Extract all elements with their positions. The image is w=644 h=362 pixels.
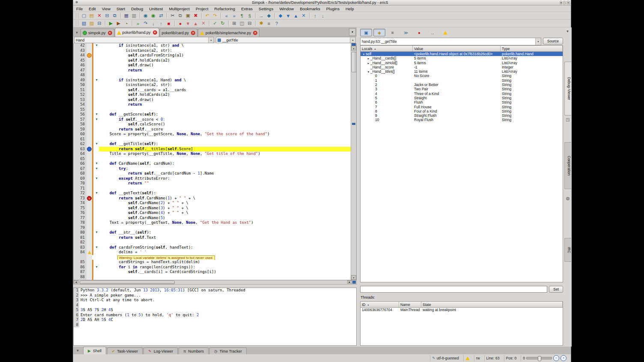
line-number[interactable]: 45 (74, 58, 86, 63)
line-number[interactable]: 86 (74, 265, 86, 270)
fold-margin[interactable] (94, 63, 99, 68)
marker-margin[interactable] (86, 235, 92, 240)
fold-margin[interactable]: ▼ (94, 112, 99, 117)
variable-value-input[interactable] (360, 286, 547, 293)
code-text[interactable]: if isinstance(a1, Hand) and \ (99, 78, 351, 83)
step-out-icon[interactable]: ↑ (158, 20, 164, 27)
fold-margin[interactable] (94, 92, 99, 98)
tab-shell[interactable]: ▶Shell (83, 347, 106, 354)
code-text[interactable]: return "" (99, 181, 351, 186)
open-icon[interactable]: ▤ (88, 12, 95, 19)
marker-margin[interactable] (86, 43, 92, 48)
stack-frame-combobox[interactable]: hand.py:63:__getTitle ▼ (360, 38, 541, 45)
fold-margin[interactable] (94, 157, 99, 162)
fold-margin[interactable] (94, 102, 99, 107)
close-icon[interactable]: ✕ (108, 31, 112, 35)
locals-row[interactable]: 0No ScoreString (361, 74, 563, 78)
member-combobox[interactable]: __getTitle ▼ (216, 37, 356, 43)
fold-margin[interactable] (94, 68, 99, 73)
marker-margin[interactable] (86, 122, 92, 127)
line-number[interactable]: 78 (74, 220, 86, 226)
line-number[interactable]: 77 (74, 216, 86, 221)
line-number[interactable]: 88 (74, 275, 86, 280)
unittest-restart-icon[interactable]: ↻ (219, 20, 226, 27)
marker-margin[interactable] (86, 216, 92, 221)
code-text[interactable]: return self.__score (99, 127, 351, 132)
shell-text[interactable]: Hit Ctrl-C at any time to abort. (79, 298, 356, 303)
line-number[interactable]: 64 (74, 151, 86, 157)
menu-settings[interactable]: Settings (256, 6, 276, 12)
line-number[interactable]: 44 (74, 53, 86, 58)
shell-panel[interactable]: 1Python 3.3.2 (default, Jun 13 2013, 16:… (73, 288, 357, 346)
step-over-icon[interactable]: ↷ (142, 20, 149, 27)
shell-text[interactable] (79, 323, 356, 328)
locals-header-locals[interactable]: Locals▴ (361, 46, 413, 51)
expand-icon[interactable]: ▸ (367, 56, 370, 60)
line-number[interactable]: 63 (74, 147, 86, 152)
line-number[interactable]: 46 (74, 63, 86, 68)
cut-icon[interactable]: ✂ (169, 12, 176, 19)
fold-margin[interactable] (94, 107, 99, 113)
fold-margin[interactable]: ▼ (94, 166, 99, 172)
fold-margin[interactable] (94, 275, 99, 280)
bookmark-clear-icon[interactable]: ✕ (300, 12, 307, 19)
next-breakpoint-icon[interactable]: ▼ (185, 20, 191, 27)
marker-margin[interactable] (86, 112, 92, 117)
split-horizontal-icon[interactable]: ◫ (239, 20, 245, 27)
thread-row[interactable]: 140063636776704MainThreadwaiting at brea… (361, 308, 563, 312)
line-number[interactable]: 67 (74, 166, 86, 172)
line-number[interactable]: 70 (74, 181, 86, 186)
shell-text[interactable] (79, 303, 356, 308)
line-number[interactable]: 48 (74, 73, 86, 78)
expand-icon[interactable]: ▾ (367, 70, 370, 74)
code-text[interactable]: isinstance(a2, str): (99, 48, 351, 53)
zoom-in-icon[interactable]: + (561, 355, 566, 361)
marker-margin[interactable] (86, 53, 92, 58)
marker-margin[interactable] (86, 73, 92, 78)
code-text[interactable]: if isinstance(a1, str) and \ (99, 43, 351, 48)
tab-log-viewer[interactable]: ✎Log-Viewer (143, 347, 178, 354)
fold-margin[interactable]: ▼ (94, 191, 99, 196)
debug-script-icon[interactable]: ▶ (115, 20, 122, 27)
save-project-icon[interactable]: ⊟ (96, 20, 103, 27)
unindent-icon[interactable]: « (223, 12, 230, 19)
configure-toolbars-icon[interactable]: ≡ (265, 20, 272, 27)
scrollbar-thumb[interactable] (80, 281, 175, 284)
code-text[interactable]: self.__cards[i] = Card(cardStrings[i]) (99, 270, 351, 275)
marker-margin[interactable] (86, 98, 92, 103)
exceptions-view-button[interactable] (440, 29, 452, 36)
marker-margin[interactable] (86, 107, 92, 113)
fold-margin[interactable] (94, 58, 99, 63)
marker-margin[interactable] (86, 260, 92, 265)
toggle-breakpoint-icon[interactable]: ● (177, 20, 184, 27)
fold-margin[interactable] (94, 171, 99, 176)
code-text[interactable]: self.CardName(4) + " " + \ (99, 211, 351, 216)
fold-margin[interactable] (94, 226, 99, 231)
marker-margin[interactable] (86, 226, 92, 231)
code-text[interactable]: return self.__cards[cardNum - 1].Name (99, 171, 351, 176)
side-tab-debug-viewer[interactable]: Debug-Viewer (564, 62, 571, 116)
marker-margin[interactable] (86, 142, 92, 147)
fold-margin[interactable] (94, 83, 99, 88)
locals-row[interactable]: 1String (361, 78, 563, 83)
editor-tab-pokerlib-hand-py[interactable]: pokerlib/hand.py✕ (115, 28, 159, 37)
line-number[interactable]: 59 (74, 127, 86, 132)
code-text[interactable]: try: (99, 166, 351, 172)
line-number[interactable]: 68 (74, 171, 86, 176)
code-text[interactable]: def __getTitle(self): (99, 142, 351, 147)
menu-start[interactable]: Start (113, 6, 128, 12)
code-text[interactable]: return self.CardName(1) + " " + \ (99, 196, 351, 201)
step-into-icon[interactable]: ↓ (150, 20, 157, 27)
goto-line-icon[interactable]: → (258, 12, 265, 19)
save-icon[interactable]: ⊟ (104, 12, 110, 19)
bookmark-next-icon[interactable]: ▼ (285, 12, 292, 19)
code-text[interactable]: except AttributeError: (99, 176, 351, 181)
bookmark-toggle-icon[interactable]: ◆ (277, 12, 284, 19)
resize-corner[interactable] (352, 281, 356, 284)
fold-margin[interactable]: ▼ (94, 176, 99, 181)
locals-table[interactable]: Locals▴ValueType ▾self<pokerlib.hand.Han… (360, 45, 563, 282)
language-warning-indicator[interactable] (463, 355, 471, 361)
fold-margin[interactable] (94, 235, 99, 240)
fold-margin[interactable] (94, 48, 99, 53)
fold-margin[interactable]: ▼ (94, 265, 99, 270)
